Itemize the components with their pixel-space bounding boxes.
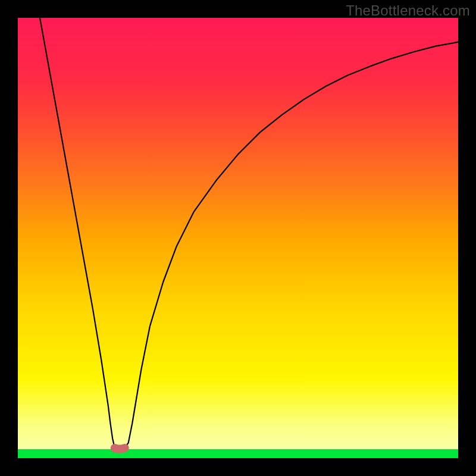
curves-svg: [18, 18, 458, 458]
sweet-spot-marker: [115, 448, 125, 449]
watermark-text: TheBottleneck.com: [346, 2, 470, 19]
chart-frame: TheBottleneck.com: [0, 0, 476, 476]
plot-area: [18, 18, 458, 458]
bottleneck-curve: [40, 18, 458, 449]
